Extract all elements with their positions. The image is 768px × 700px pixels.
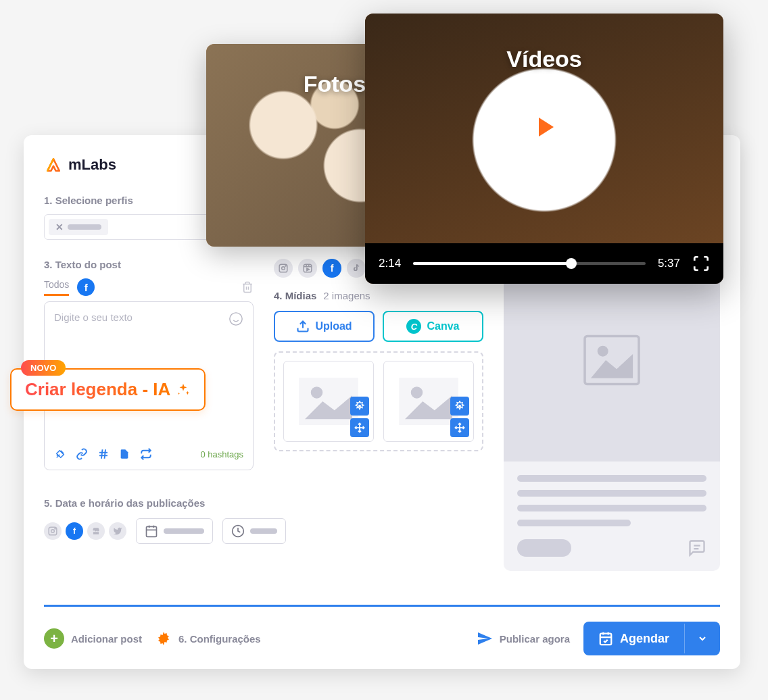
time-placeholder	[250, 528, 277, 534]
image-placeholder-icon	[581, 333, 642, 387]
step-6-config[interactable]: 6. Configurações	[155, 630, 261, 647]
mlabs-logo-icon	[44, 155, 63, 174]
publish-now-label: Publicar agora	[500, 633, 570, 645]
step-5-title: 5. Data e horário das publicações	[44, 497, 254, 509]
media-thumbnail[interactable]	[383, 361, 474, 442]
thumb-settings-icon[interactable]	[350, 397, 369, 416]
editor-placeholder: Digite o seu texto	[54, 311, 133, 326]
media-thumbnail[interactable]	[283, 361, 374, 442]
svg-rect-8	[147, 526, 157, 536]
hashtag-icon[interactable]	[97, 448, 110, 460]
preview-text-line	[517, 505, 706, 511]
schedule-twitter-icon[interactable]	[109, 522, 126, 540]
new-badge: NOVO	[21, 360, 66, 376]
canva-icon: C	[406, 319, 421, 334]
video-progress-handle[interactable]	[566, 258, 577, 269]
step-4-title: 4. Mídias	[274, 290, 316, 301]
svg-point-22	[311, 386, 323, 399]
svg-point-14	[282, 267, 285, 270]
svg-point-27	[411, 386, 423, 399]
delete-text-icon[interactable]	[241, 281, 254, 293]
preview-text-line	[517, 520, 631, 526]
schedule-dropdown-icon[interactable]	[684, 624, 720, 653]
document-icon[interactable]	[119, 448, 130, 460]
send-icon	[477, 630, 493, 647]
preview-text-line	[517, 475, 706, 482]
video-progress-fill	[413, 262, 571, 265]
schedule-label: Agendar	[620, 632, 669, 646]
video-preview-card: Vídeos 2:14 5:37	[365, 14, 723, 284]
svg-point-6	[51, 530, 55, 533]
video-controls: 2:14 5:37	[365, 243, 723, 284]
svg-point-15	[285, 266, 286, 266]
svg-point-32	[598, 346, 608, 357]
comment-icon	[688, 539, 706, 557]
repost-icon[interactable]	[139, 448, 153, 460]
chip-placeholder	[68, 224, 101, 230]
schedule-button[interactable]: Agendar	[583, 622, 720, 655]
video-total-time: 5:37	[658, 257, 680, 270]
calendar-check-icon	[598, 631, 613, 646]
thumb-settings-icon[interactable]	[450, 397, 469, 416]
network-instagram-reels-icon[interactable]	[298, 259, 317, 278]
svg-line-4	[105, 449, 106, 459]
profile-chip[interactable]: ✕	[49, 219, 108, 235]
media-count: 2 imagens	[323, 290, 370, 301]
play-icon	[539, 118, 554, 136]
sparkle-icon	[176, 382, 191, 397]
media-drop-zone[interactable]	[274, 351, 483, 451]
network-tiktok-icon[interactable]	[347, 259, 366, 278]
schedule-gmb-icon[interactable]	[87, 522, 105, 540]
shorten-link-icon[interactable]	[54, 448, 66, 460]
date-placeholder	[164, 528, 204, 534]
step-3-title: 3. Texto do post	[44, 259, 254, 270]
link-icon[interactable]	[76, 448, 88, 460]
app-name: mLabs	[68, 156, 116, 174]
svg-line-3	[101, 449, 103, 459]
play-button[interactable]	[518, 101, 571, 153]
config-label: 6. Configurações	[178, 633, 261, 645]
gear-icon	[155, 630, 172, 647]
date-input[interactable]	[136, 518, 213, 544]
schedule-instagram-icon[interactable]	[44, 522, 62, 540]
preview-text-line	[517, 490, 706, 497]
upload-icon	[296, 320, 310, 333]
canva-button[interactable]: C Canva	[383, 311, 483, 342]
ai-caption-card[interactable]: NOVO Criar legenda - IA	[10, 368, 206, 411]
calendar-icon	[145, 524, 158, 538]
network-instagram-icon[interactable]	[274, 259, 293, 278]
thumb-move-icon[interactable]	[450, 418, 469, 437]
videos-label: Vídeos	[506, 46, 581, 72]
preview-image-placeholder	[504, 259, 720, 461]
svg-marker-20	[307, 268, 310, 271]
upload-label: Upload	[315, 320, 352, 332]
add-post-label: Adicionar post	[71, 633, 142, 645]
svg-point-7	[55, 528, 55, 529]
video-current-time: 2:14	[379, 257, 401, 270]
publish-now-button[interactable]: Publicar agora	[477, 630, 570, 647]
video-progress-track[interactable]	[413, 262, 646, 265]
fullscreen-icon[interactable]	[692, 255, 710, 272]
upload-button[interactable]: Upload	[274, 311, 375, 342]
plus-icon: +	[44, 628, 64, 649]
tab-facebook[interactable]: f	[77, 278, 95, 296]
ai-caption-text: Criar legenda - IA	[25, 379, 170, 400]
thumb-move-icon[interactable]	[350, 418, 369, 437]
emoji-picker-icon[interactable]	[229, 311, 243, 326]
post-preview	[504, 259, 720, 571]
svg-point-0	[230, 313, 242, 325]
schedule-facebook-icon[interactable]: f	[66, 522, 83, 540]
preview-cta-placeholder	[517, 539, 571, 557]
photos-label: Fotos	[304, 71, 366, 97]
composer-footer: + Adicionar post 6. Configurações Public…	[44, 605, 720, 655]
network-facebook-icon[interactable]: f	[322, 259, 341, 278]
remove-chip-icon[interactable]: ✕	[55, 222, 64, 232]
clock-icon	[231, 524, 245, 538]
hashtag-count: 0 hashtags	[200, 449, 243, 459]
tab-all[interactable]: Todos	[44, 279, 69, 296]
add-post-button[interactable]: + Adicionar post	[44, 628, 142, 649]
canva-label: Canva	[427, 320, 459, 332]
svg-rect-36	[600, 634, 612, 645]
